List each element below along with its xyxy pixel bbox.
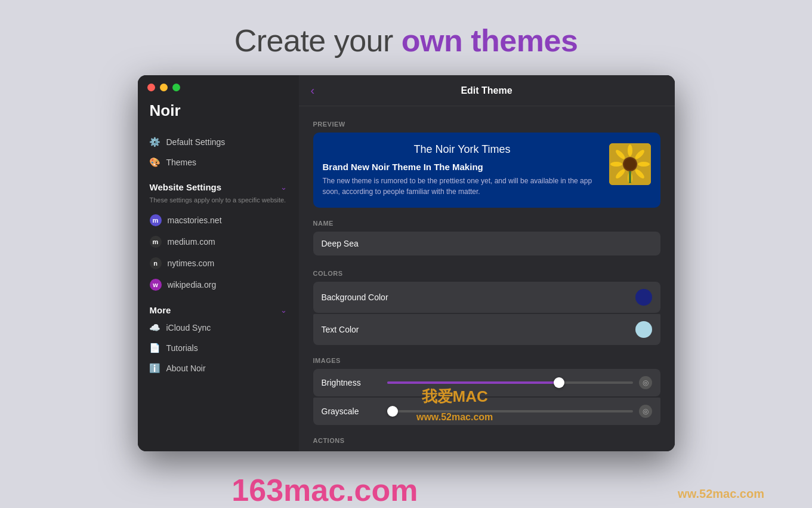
icloud-sync-label: iCloud Sync (166, 323, 211, 332)
text-color-row: Text Color (313, 314, 660, 345)
preview-box: The Noir York Times Brand New Noir Theme… (313, 133, 660, 208)
name-section-label: NAME (313, 220, 660, 227)
more-section-title: More (150, 305, 171, 315)
text-color-swatch[interactable] (635, 321, 652, 338)
grayscale-end-icon: ◎ (639, 405, 652, 418)
nytimes-icon: n (150, 257, 162, 269)
brightness-row: Brightness ◎ (313, 369, 660, 396)
header-title-normal: Create your (234, 23, 402, 58)
header-title-bold: own themes (402, 23, 578, 58)
doc-icon: 📄 (150, 343, 160, 353)
medium-icon: m (150, 236, 162, 248)
brush-icon: 🎨 (150, 157, 160, 168)
cloud-icon: ☁️ (150, 322, 160, 333)
app-name: Noir (138, 101, 299, 132)
sidebar-item-label-default: Default Settings (166, 137, 226, 147)
preview-site-title: The Noir York Times (323, 143, 602, 156)
sidebar-item-themes[interactable]: 🎨 Themes (138, 152, 299, 173)
grayscale-track[interactable] (387, 410, 633, 412)
sidebar-item-about[interactable]: ℹ️ About Noir (138, 358, 299, 378)
svg-rect-11 (629, 171, 631, 183)
sidebar-item-label-themes: Themes (166, 158, 197, 167)
brightness-fill (387, 381, 559, 384)
text-color-label: Text Color (322, 325, 359, 334)
sidebar: Noir ⚙️ Default Settings 🎨 Themes Websit… (138, 75, 299, 451)
sidebar-item-tutorials[interactable]: 📄 Tutorials (138, 338, 299, 358)
back-button[interactable]: ‹ (311, 84, 315, 97)
svg-point-1 (628, 144, 632, 156)
nytimes-label: nytimes.com (168, 258, 215, 268)
tutorials-label: Tutorials (166, 343, 198, 353)
info-icon: ℹ️ (150, 363, 160, 374)
panel-header: ‹ Edit Theme (299, 75, 675, 106)
sidebar-item-wikipedia[interactable]: w wikipedia.org (138, 274, 299, 295)
maximize-button[interactable] (172, 84, 180, 91)
page-header: Create your own themes (234, 0, 578, 75)
app-window: Noir ⚙️ Default Settings 🎨 Themes Websit… (138, 75, 675, 451)
preview-article-body: The new theme is rumored to be the prett… (323, 176, 602, 197)
background-color-swatch[interactable] (635, 289, 652, 306)
minimize-button[interactable] (160, 84, 168, 91)
watermark-52mac-bottom: ww.52mac.com (678, 487, 764, 501)
wikipedia-icon: w (150, 279, 162, 291)
svg-point-7 (610, 162, 622, 167)
website-settings-desc: These settings apply only to a specific … (138, 195, 299, 210)
colors-section-label: COLORS (313, 270, 660, 277)
brightness-thumb[interactable] (554, 377, 564, 388)
brightness-label: Brightness (322, 378, 381, 387)
macstories-icon: m (150, 214, 162, 226)
more-section-chevron[interactable]: ⌄ (280, 306, 287, 315)
app-body: Noir ⚙️ Default Settings 🎨 Themes Websit… (138, 75, 675, 451)
brightness-end-icon: ◎ (639, 376, 652, 389)
main-panel: ‹ Edit Theme PREVIEW The Noir York Times… (299, 75, 675, 451)
about-label: About Noir (166, 364, 206, 373)
traffic-lights (147, 84, 180, 91)
more-section-header: More ⌄ (138, 295, 299, 318)
sidebar-item-default-settings[interactable]: ⚙️ Default Settings (138, 132, 299, 152)
sunflower-svg (609, 143, 651, 185)
panel-title: Edit Theme (461, 85, 512, 96)
website-settings-title: Website Settings (150, 182, 222, 192)
images-section-label: IMAGES (313, 357, 660, 364)
brightness-track[interactable] (387, 381, 633, 384)
gear-icon: ⚙️ (150, 137, 160, 147)
medium-label: medium.com (168, 237, 215, 247)
background-color-row: Background Color (313, 282, 660, 313)
sidebar-item-macstories[interactable]: m macstories.net (138, 210, 299, 231)
sidebar-item-medium[interactable]: m medium.com (138, 231, 299, 253)
svg-point-10 (624, 158, 636, 170)
watermark-163mac: 163mac.com (231, 472, 418, 508)
grayscale-row: Grayscale ◎ (313, 398, 660, 425)
sidebar-item-icloud-sync[interactable]: ☁️ iCloud Sync (138, 318, 299, 338)
sidebar-item-nytimes[interactable]: n nytimes.com (138, 253, 299, 274)
preview-thumbnail (609, 143, 651, 185)
svg-point-3 (638, 162, 650, 167)
grayscale-thumb[interactable] (387, 406, 398, 417)
actions-section-label: ACTIONS (313, 437, 660, 444)
close-button[interactable] (147, 84, 155, 91)
preview-text-area: The Noir York Times Brand New Noir Theme… (323, 143, 602, 197)
website-settings-chevron[interactable]: ⌄ (280, 183, 287, 192)
macstories-label: macstories.net (168, 215, 222, 225)
theme-name-input[interactable] (313, 232, 660, 255)
panel-content: PREVIEW The Noir York Times Brand New No… (299, 106, 675, 451)
wikipedia-label: wikipedia.org (168, 280, 217, 290)
background-color-label: Background Color (322, 293, 388, 302)
website-settings-header: Website Settings ⌄ (138, 173, 299, 195)
preview-section-label: PREVIEW (313, 121, 660, 128)
grayscale-label: Grayscale (322, 407, 381, 416)
preview-article-title: Brand New Noir Theme In The Making (323, 162, 602, 172)
